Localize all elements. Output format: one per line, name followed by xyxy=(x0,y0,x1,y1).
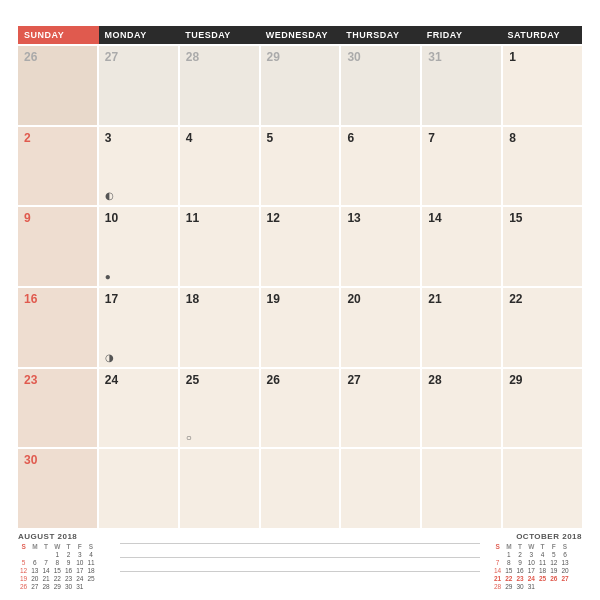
day-number: 4 xyxy=(186,131,253,145)
mini-cal-prev: AUGUST 2018 SMTWTFS123456789101112131415… xyxy=(18,532,108,590)
day-number: 24 xyxy=(105,373,172,387)
day-cell-26: 26 xyxy=(261,369,340,448)
day-header-monday: MONDAY xyxy=(99,26,180,44)
day-cell-20: 20 xyxy=(341,288,420,367)
day-cell-30: 30 xyxy=(341,46,420,125)
day-header-sunday: SUNDAY xyxy=(18,26,99,44)
note-line xyxy=(120,546,480,558)
day-cell-12: 12 xyxy=(261,207,340,286)
day-cell-29: 29 xyxy=(261,46,340,125)
day-number: 28 xyxy=(428,373,495,387)
day-headers: SUNDAYMONDAYTUESDAYWEDNESDAYTHURSDAYFRID… xyxy=(18,26,582,44)
day-cell-empty xyxy=(261,449,340,528)
day-cell-11: 11 xyxy=(180,207,259,286)
day-cell-4: 4 xyxy=(180,127,259,206)
day-cell-empty xyxy=(341,449,420,528)
day-number: 11 xyxy=(186,211,253,225)
day-number: 17 xyxy=(105,292,172,306)
day-cell-24: 24 xyxy=(99,369,178,448)
day-number: 22 xyxy=(509,292,576,306)
mini-cal-next-title: OCTOBER 2018 xyxy=(492,532,582,541)
day-number: 16 xyxy=(24,292,91,306)
day-number: 28 xyxy=(186,50,253,64)
day-cell-10: 10● xyxy=(99,207,178,286)
mini-cal-prev-title: AUGUST 2018 xyxy=(18,532,108,541)
day-cell-1: 1 xyxy=(503,46,582,125)
day-cell-27: 27 xyxy=(99,46,178,125)
bottom-section: AUGUST 2018 SMTWTFS123456789101112131415… xyxy=(18,532,582,590)
moon-icon: ● xyxy=(105,271,111,282)
day-cell-16: 16 xyxy=(18,288,97,367)
day-cell-empty xyxy=(503,449,582,528)
day-cell-28: 28 xyxy=(180,46,259,125)
day-number: 31 xyxy=(428,50,495,64)
day-number: 20 xyxy=(347,292,414,306)
day-cell-25: 25○ xyxy=(180,369,259,448)
day-header-saturday: SATURDAY xyxy=(501,26,582,44)
day-cell-9: 9 xyxy=(18,207,97,286)
day-cell-14: 14 xyxy=(422,207,501,286)
day-number: 3 xyxy=(105,131,172,145)
calendar-wrapper: SUNDAYMONDAYTUESDAYWEDNESDAYTHURSDAYFRID… xyxy=(0,0,600,600)
day-number: 26 xyxy=(24,50,91,64)
day-cell-13: 13 xyxy=(341,207,420,286)
day-number: 1 xyxy=(509,50,576,64)
day-number: 13 xyxy=(347,211,414,225)
day-number: 18 xyxy=(186,292,253,306)
day-cell-19: 19 xyxy=(261,288,340,367)
day-cell-3: 3◐ xyxy=(99,127,178,206)
note-line xyxy=(120,532,480,544)
day-cell-29: 29 xyxy=(503,369,582,448)
day-number: 8 xyxy=(509,131,576,145)
day-cell-22: 22 xyxy=(503,288,582,367)
mini-cal-prev-table: SMTWTFS123456789101112131415161718192021… xyxy=(18,543,97,590)
day-number: 12 xyxy=(267,211,334,225)
day-cell-7: 7 xyxy=(422,127,501,206)
day-number: 23 xyxy=(24,373,91,387)
day-cell-2: 2 xyxy=(18,127,97,206)
day-number: 7 xyxy=(428,131,495,145)
day-cell-30: 30 xyxy=(18,449,97,528)
day-header-friday: FRIDAY xyxy=(421,26,502,44)
calendar-grid: 262728293031123◐45678910●11121314151617◑… xyxy=(18,46,582,528)
moon-icon: ◑ xyxy=(105,352,114,363)
day-cell-empty xyxy=(180,449,259,528)
mini-cal-next-table: SMTWTFS123456789101112131415161718192021… xyxy=(492,543,571,590)
day-cell-5: 5 xyxy=(261,127,340,206)
day-number: 25 xyxy=(186,373,253,387)
day-cell-17: 17◑ xyxy=(99,288,178,367)
day-number: 27 xyxy=(347,373,414,387)
day-number: 29 xyxy=(267,50,334,64)
day-cell-6: 6 xyxy=(341,127,420,206)
day-number: 5 xyxy=(267,131,334,145)
day-number: 9 xyxy=(24,211,91,225)
day-number: 14 xyxy=(428,211,495,225)
day-number: 6 xyxy=(347,131,414,145)
day-number: 19 xyxy=(267,292,334,306)
day-number: 29 xyxy=(509,373,576,387)
day-number: 2 xyxy=(24,131,91,145)
note-line xyxy=(120,560,480,572)
day-cell-26: 26 xyxy=(18,46,97,125)
day-cell-27: 27 xyxy=(341,369,420,448)
day-number: 30 xyxy=(347,50,414,64)
day-cell-empty xyxy=(99,449,178,528)
day-cell-21: 21 xyxy=(422,288,501,367)
day-number: 27 xyxy=(105,50,172,64)
day-cell-31: 31 xyxy=(422,46,501,125)
day-number: 21 xyxy=(428,292,495,306)
day-number: 10 xyxy=(105,211,172,225)
day-cell-15: 15 xyxy=(503,207,582,286)
day-cell-28: 28 xyxy=(422,369,501,448)
day-cell-empty xyxy=(422,449,501,528)
day-cell-8: 8 xyxy=(503,127,582,206)
day-number: 26 xyxy=(267,373,334,387)
day-number: 30 xyxy=(24,453,91,467)
day-header-thursday: THURSDAY xyxy=(340,26,421,44)
notes-section xyxy=(120,532,480,574)
moon-icon: ○ xyxy=(186,432,192,443)
day-header-wednesday: WEDNESDAY xyxy=(260,26,341,44)
mini-cal-next: OCTOBER 2018 SMTWTFS12345678910111213141… xyxy=(492,532,582,590)
day-cell-18: 18 xyxy=(180,288,259,367)
day-number: 15 xyxy=(509,211,576,225)
